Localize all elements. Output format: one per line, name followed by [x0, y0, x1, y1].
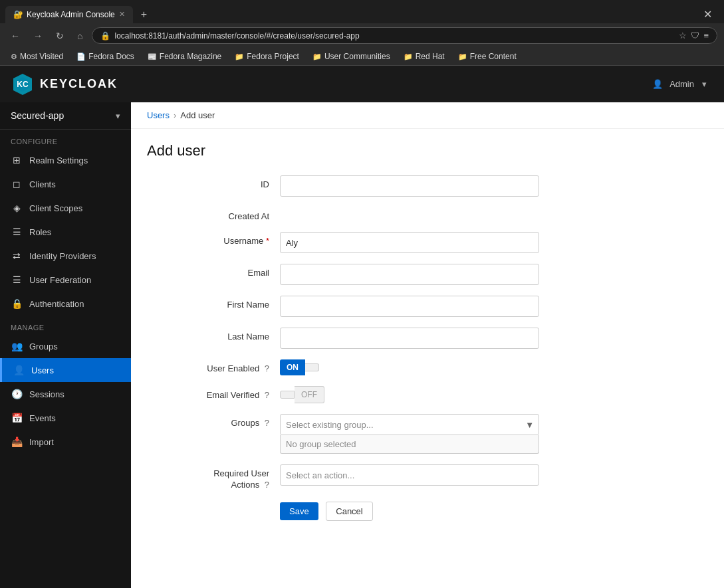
configure-section-label: Configure — [0, 130, 131, 148]
forward-button[interactable]: → — [29, 28, 47, 44]
header-right: 👤 Admin ▾ — [646, 75, 713, 93]
tab-favicon: 🔐 — [13, 10, 23, 19]
breadcrumb-users-link[interactable]: Users — [147, 110, 170, 120]
bookmark-label: Fedora Docs — [88, 52, 134, 61]
sidebar-item-client-scopes[interactable]: ◈ Client Scopes — [0, 196, 131, 220]
user-enabled-help-icon[interactable]: ? — [265, 363, 269, 373]
tab-close-button[interactable]: ✕ — [119, 10, 125, 19]
groups-help-icon[interactable]: ? — [265, 418, 269, 428]
url-display: localhost:8181/auth/admin/master/console… — [114, 31, 675, 41]
bookmark-fedora-project[interactable]: 📁 Fedora Project — [231, 50, 303, 62]
sidebar-item-label: User Federation — [29, 275, 91, 285]
identity-icon: ⇄ — [11, 250, 23, 262]
id-label: ID — [147, 175, 280, 189]
svg-text:KC: KC — [17, 80, 29, 89]
sidebar-item-realm-settings[interactable]: ⊞ Realm Settings — [0, 148, 131, 172]
first-name-input[interactable] — [280, 296, 539, 317]
back-button[interactable]: ← — [7, 28, 24, 44]
required-actions-select-button[interactable]: Select an action... — [280, 464, 539, 486]
email-input[interactable] — [280, 264, 539, 285]
bookmarks-bar: ⚙ Most Visited 📄 Fedora Docs 📰 Fedora Ma… — [0, 48, 724, 66]
email-label: Email — [147, 264, 280, 278]
realm-selector[interactable]: Secured-app ▾ — [0, 102, 131, 130]
tab-bar: 🔐 Keycloak Admin Console ✕ + ✕ — [0, 0, 724, 23]
email-verified-help-icon[interactable]: ? — [265, 390, 269, 400]
new-tab-button[interactable]: + — [136, 6, 152, 23]
keycloak-logo-icon: KC — [11, 72, 35, 96]
bookmark-star-icon[interactable]: ☆ — [679, 31, 687, 41]
required-actions-select-container: Select an action... — [280, 464, 539, 486]
bookmark-label: Fedora Magazine — [160, 52, 221, 61]
breadcrumb: Users › Add user — [131, 102, 724, 129]
form-row-created-at: Created At — [147, 207, 708, 221]
bookmark-most-visited[interactable]: ⚙ Most Visited — [7, 50, 67, 62]
save-button[interactable]: Save — [280, 502, 318, 520]
sidebar-item-sessions[interactable]: 🕐 Sessions — [0, 382, 131, 406]
browser-window: 🔐 Keycloak Admin Console ✕ + ✕ ← → ↻ ⌂ 🔒… — [0, 0, 724, 588]
realm-chevron: ▾ — [116, 111, 120, 121]
required-actions-help-icon[interactable]: ? — [265, 480, 269, 490]
user-enabled-label: User Enabled ? — [147, 359, 280, 373]
menu-icon[interactable]: ≡ — [703, 31, 709, 41]
home-button[interactable]: ⌂ — [73, 28, 86, 44]
bookmark-label: Free Content — [470, 52, 517, 61]
bookmark-fedora-magazine[interactable]: 📰 Fedora Magazine — [144, 50, 225, 62]
username-input[interactable] — [280, 232, 539, 253]
form-actions-row: Save Cancel — [147, 502, 708, 521]
roles-icon: ☰ — [11, 226, 23, 238]
bookmark-free-content[interactable]: 📁 Free Content — [454, 50, 521, 62]
sidebar-item-label: Client Scopes — [29, 203, 82, 213]
folder-icon: 📁 — [458, 52, 467, 61]
sidebar-item-label: Groups — [29, 342, 58, 351]
admin-menu[interactable]: 👤 Admin ▾ — [646, 75, 713, 93]
last-name-input[interactable] — [280, 328, 539, 349]
bookmark-label: Fedora Project — [247, 52, 299, 61]
sidebar-item-user-federation[interactable]: ☰ User Federation — [0, 268, 131, 292]
events-icon: 📅 — [11, 412, 23, 424]
form-row-id: ID — [147, 175, 708, 197]
manage-section-label: Manage — [0, 316, 131, 334]
sidebar-item-authentication[interactable]: 🔒 Authentication — [0, 292, 131, 316]
groups-select-container: Select existing group... ▼ — [280, 414, 539, 435]
groups-select-button[interactable]: Select existing group... — [280, 414, 539, 435]
sidebar-item-import[interactable]: 📥 Import — [0, 430, 131, 454]
required-marker: * — [263, 236, 269, 246]
sidebar-item-label: Clients — [29, 179, 56, 189]
cancel-button[interactable]: Cancel — [326, 502, 372, 521]
sidebar-item-events[interactable]: 📅 Events — [0, 406, 131, 430]
active-tab[interactable]: 🔐 Keycloak Admin Console ✕ — [5, 6, 133, 23]
required-actions-label: Required User Actions ? — [147, 464, 280, 491]
user-enabled-field: ON — [280, 359, 539, 375]
sidebar-item-groups[interactable]: 👥 Groups — [0, 334, 131, 358]
sidebar: Secured-app ▾ Configure ⊞ Realm Settings… — [0, 102, 131, 588]
realm-settings-icon: ⊞ — [11, 154, 23, 166]
last-name-label: Last Name — [147, 328, 280, 342]
sidebar-item-label: Import — [29, 437, 54, 447]
breadcrumb-separator: › — [174, 110, 176, 120]
sidebar-item-users[interactable]: 👤 Users — [0, 358, 131, 382]
sidebar-item-clients[interactable]: ◻ Clients — [0, 172, 131, 196]
first-name-label: First Name — [147, 296, 280, 310]
required-actions-field: Select an action... — [280, 464, 539, 486]
bookmark-label: User Communities — [324, 52, 390, 61]
main-layout: Secured-app ▾ Configure ⊞ Realm Settings… — [0, 102, 724, 588]
clients-icon: ◻ — [11, 178, 23, 190]
actions-label-spacer — [147, 509, 280, 513]
sidebar-item-identity-providers[interactable]: ⇄ Identity Providers — [0, 244, 131, 268]
breadcrumb-current: Add user — [180, 110, 215, 120]
bookmark-fedora-docs[interactable]: 📄 Fedora Docs — [72, 50, 138, 62]
user-enabled-on-button[interactable]: ON — [280, 359, 305, 375]
reload-button[interactable]: ↻ — [52, 28, 68, 44]
bookmark-user-communities[interactable]: 📁 User Communities — [308, 50, 394, 62]
folder-icon: 📁 — [404, 52, 413, 61]
address-bar[interactable]: 🔒 localhost:8181/auth/admin/master/conso… — [92, 27, 717, 44]
first-name-field — [280, 296, 539, 317]
browser-close-button[interactable]: ✕ — [697, 5, 719, 23]
address-icons: ☆ 🛡 ≡ — [679, 31, 709, 41]
sidebar-item-roles[interactable]: ☰ Roles — [0, 220, 131, 244]
email-verified-off-button[interactable]: OFF — [295, 386, 324, 403]
groups-label: Groups ? — [147, 414, 280, 428]
form-row-required-actions: Required User Actions ? Select an action… — [147, 464, 708, 491]
bookmark-red-hat[interactable]: 📁 Red Hat — [400, 50, 449, 62]
id-input[interactable] — [280, 175, 539, 197]
